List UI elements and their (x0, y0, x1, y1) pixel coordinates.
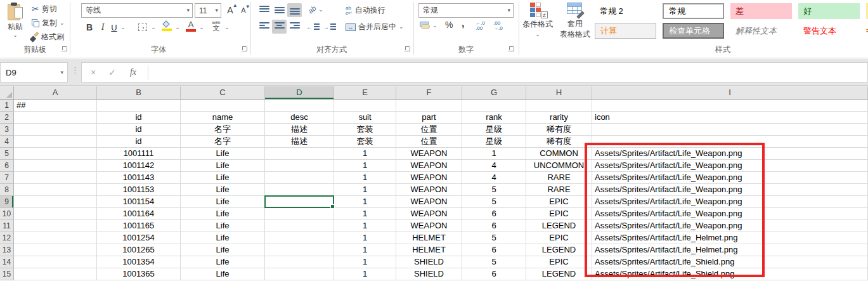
cell-D2[interactable]: desc (265, 112, 334, 124)
col-header-E[interactable]: E (334, 86, 396, 100)
cell-F1[interactable] (396, 100, 462, 112)
cell-I4[interactable] (592, 136, 868, 148)
cell-E12[interactable]: 1 (334, 232, 396, 244)
col-header-H[interactable]: H (526, 86, 592, 100)
row-header-6[interactable]: 6 (0, 160, 14, 172)
name-box[interactable]: D9 ▾ (0, 62, 68, 82)
cell-F4[interactable]: 位置 (396, 136, 462, 148)
italic-button[interactable]: I (98, 20, 108, 34)
cell-F9[interactable]: WEAPON (396, 196, 462, 208)
cell-I6[interactable]: Assets/Sprites/Artifact/Life_Weapon.png (592, 160, 868, 172)
cell-H1[interactable] (526, 100, 592, 112)
select-all-corner[interactable] (0, 86, 14, 100)
cell-E1[interactable] (334, 100, 396, 112)
row-header-11[interactable]: 11 (0, 220, 14, 232)
cell-E6[interactable]: 1 (334, 160, 396, 172)
col-header-A[interactable]: A (14, 86, 97, 100)
cell-E9[interactable]: 1 (334, 196, 396, 208)
decrease-font-size-button[interactable]: A▼ (237, 3, 250, 17)
cell-I11[interactable]: Assets/Sprites/Artifact/Life_Weapon.png (592, 220, 868, 232)
cell-I12[interactable]: Assets/Sprites/Artifact/Life_Helmet.png (592, 232, 868, 244)
borders-menu-button[interactable]: ⌄ (150, 20, 157, 34)
phonetic-button[interactable]: wén 文 (211, 19, 222, 33)
cell-H10[interactable]: EPIC (526, 208, 592, 220)
cell-A8[interactable] (14, 184, 97, 196)
cell-G12[interactable]: 5 (462, 232, 526, 244)
cell-E10[interactable]: 1 (334, 208, 396, 220)
cell-F3[interactable]: 位置 (396, 124, 462, 136)
underline-button[interactable]: U (109, 20, 119, 34)
cell-H6[interactable]: UNCOMMON (526, 160, 592, 172)
cell-I8[interactable]: Assets/Sprites/Artifact/Life_Weapon.png (592, 184, 868, 196)
row-header-1[interactable]: 1 (0, 100, 14, 112)
cell-H7[interactable]: RARE (526, 172, 592, 184)
font-color-button[interactable]: A (185, 19, 197, 33)
cell-I1[interactable] (592, 100, 868, 112)
cell-B15[interactable]: 1001365 (97, 268, 181, 280)
cell-E11[interactable]: 1 (334, 220, 396, 232)
style-cell-normal2[interactable]: 常规 2 (595, 3, 656, 19)
cell-B3[interactable]: id (97, 124, 181, 136)
conditional-formatting-button[interactable]: ≠ 条件格式 ⌄ (521, 2, 554, 37)
cell-B13[interactable]: 1001265 (97, 244, 181, 256)
row-header-14[interactable]: 14 (0, 256, 14, 268)
cell-A3[interactable] (14, 124, 97, 136)
cell-C13[interactable]: Life (181, 244, 265, 256)
cell-C5[interactable]: Life (181, 148, 265, 160)
cell-D11[interactable] (265, 220, 334, 232)
cell-A7[interactable] (14, 172, 97, 184)
decrease-decimal-button[interactable]: .00 →.0 (493, 21, 503, 31)
style-cell-check[interactable]: 检查单元格 (663, 23, 724, 39)
cell-B14[interactable]: 1001354 (97, 256, 181, 268)
copy-button[interactable]: 复制 ⌄ (32, 16, 65, 29)
format-painter-button[interactable]: 格式刷 (30, 30, 64, 43)
cell-C12[interactable]: Life (181, 232, 265, 244)
align-center-button[interactable] (272, 20, 287, 34)
cell-E4[interactable]: 套装 (334, 136, 396, 148)
cut-button[interactable]: ✂ 剪切 (32, 3, 57, 15)
cell-B11[interactable]: 1001165 (97, 220, 181, 232)
cell-C7[interactable]: Life (181, 172, 265, 184)
cell-H15[interactable]: LEGEND (526, 268, 592, 280)
col-header-C[interactable]: C (181, 86, 265, 100)
row-header-9[interactable]: 9 (0, 196, 14, 208)
cell-E3[interactable]: 套装 (334, 124, 396, 136)
cell-A4[interactable] (14, 136, 97, 148)
cell-G13[interactable]: 6 (462, 244, 526, 256)
row-header-7[interactable]: 7 (0, 172, 14, 184)
cell-C11[interactable]: Life (181, 220, 265, 232)
row-header-8[interactable]: 8 (0, 184, 14, 196)
increase-indent-button[interactable]: → (322, 20, 337, 34)
cell-E14[interactable]: 1 (334, 256, 396, 268)
cell-A15[interactable] (14, 268, 97, 280)
cell-E13[interactable]: 1 (334, 244, 396, 256)
row-header-5[interactable]: 5 (0, 148, 14, 160)
col-header-B[interactable]: B (97, 86, 181, 100)
cell-D4[interactable]: 描述 (265, 136, 334, 148)
cell-I15[interactable]: Assets/Sprites/Artifact/Life_Shield.png (592, 268, 868, 280)
insert-function-icon[interactable]: fx (122, 67, 144, 77)
cell-H8[interactable]: RARE (526, 184, 592, 196)
cell-F14[interactable]: SHIELD (396, 256, 462, 268)
font-size-combo[interactable]: 11 ▾ (195, 3, 221, 18)
cell-G9[interactable]: 5 (462, 196, 526, 208)
cell-G15[interactable]: 6 (462, 268, 526, 280)
cell-E7[interactable]: 1 (334, 172, 396, 184)
cell-D9[interactable] (265, 196, 334, 208)
formula-bar-resize-handle[interactable]: ⋮ (71, 65, 79, 75)
style-cell-good[interactable]: 好 (798, 3, 860, 19)
cell-E5[interactable]: 1 (334, 148, 396, 160)
formula-input[interactable] (148, 63, 867, 82)
cell-I9[interactable]: Assets/Sprites/Artifact/Life_Weapon.png (592, 196, 868, 208)
col-header-D[interactable]: D (265, 86, 334, 100)
cell-C6[interactable]: Life (181, 160, 265, 172)
cell-I5[interactable]: Assets/Sprites/Artifact/Life_Weapon.png (592, 148, 868, 160)
style-cell-bad[interactable]: 差 (730, 3, 792, 19)
cell-C2[interactable]: name (181, 112, 265, 124)
cell-A13[interactable] (14, 244, 97, 256)
cell-B1[interactable] (97, 100, 181, 112)
cell-H9[interactable]: EPIC (526, 196, 592, 208)
format-as-table-button[interactable]: 套用 表格格式 (557, 2, 593, 40)
cell-A1[interactable]: ## (14, 100, 97, 112)
col-header-G[interactable]: G (462, 86, 526, 100)
